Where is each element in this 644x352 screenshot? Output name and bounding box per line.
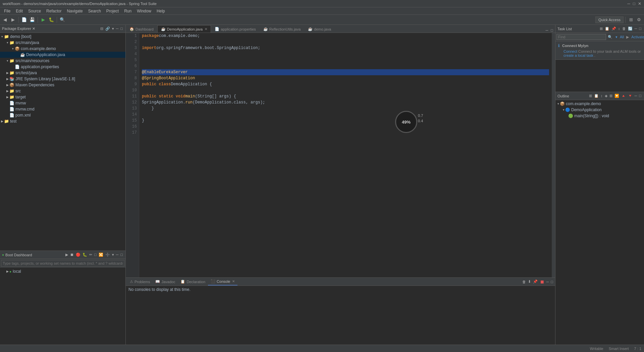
menu-item-search[interactable]: Search bbox=[86, 8, 104, 14]
outline-icon2[interactable]: 📋 bbox=[593, 93, 599, 98]
bd-minimize[interactable]: ─ bbox=[115, 252, 119, 257]
local-item[interactable]: ▶ ● local bbox=[0, 268, 125, 274]
perspective-button[interactable]: ⊞ bbox=[627, 16, 635, 24]
tab-declaration[interactable]: 📋 Declaration bbox=[178, 278, 208, 285]
tl-icon1[interactable]: ⊞ bbox=[599, 26, 603, 31]
editor-maximize-icon[interactable]: □ bbox=[550, 28, 554, 33]
forward-button[interactable]: ▶ bbox=[9, 16, 17, 24]
tl-icon3[interactable]: 📌 bbox=[611, 26, 617, 31]
outline-item-com-example-demo[interactable]: ▾📦com.example.demo bbox=[555, 101, 644, 107]
code-line-2[interactable] bbox=[142, 39, 549, 45]
console-terminate-icon[interactable]: ⏹ bbox=[539, 279, 545, 285]
create-task-link[interactable]: create a local task bbox=[564, 53, 593, 57]
tl-maximize[interactable]: □ bbox=[638, 26, 642, 31]
menu-item-run[interactable]: Run bbox=[121, 8, 134, 14]
code-line-3[interactable]: import org.springframework.boot.SpringAp… bbox=[142, 45, 549, 51]
outline-icon6[interactable]: 🔽 bbox=[614, 93, 620, 98]
console-maximize[interactable]: □ bbox=[550, 279, 554, 284]
tab-reflectionutils[interactable]: ☕ ReflectionUtils.java bbox=[260, 25, 305, 33]
tree-item-mvnw[interactable]: 📄mvnw bbox=[0, 100, 125, 106]
editor-scrollbar[interactable] bbox=[552, 33, 555, 277]
menu-item-navigate[interactable]: Navigate bbox=[64, 8, 85, 14]
code-editor[interactable]: package com.example.demo; import org.spr… bbox=[139, 33, 552, 277]
code-line-15[interactable]: } bbox=[142, 118, 549, 124]
bd-icon6[interactable]: 🔀 bbox=[98, 252, 104, 257]
tl-icon6[interactable]: 🔄 bbox=[627, 26, 633, 31]
code-line-13[interactable]: } bbox=[142, 105, 549, 112]
demoapplication-tab-close[interactable]: ✕ bbox=[205, 27, 207, 31]
code-line-11[interactable]: public static void main(String[] args) { bbox=[142, 93, 549, 99]
outline-icon5[interactable]: ⊞ bbox=[609, 93, 613, 98]
tab-demo[interactable]: ☕ demo.java bbox=[304, 25, 335, 33]
bd-add-icon[interactable]: ➕ bbox=[105, 252, 111, 257]
close-button[interactable]: ✕ bbox=[638, 1, 641, 6]
outline-sort-icon[interactable]: ↕ bbox=[600, 93, 603, 98]
tab-application-properties[interactable]: 📄 application.properties bbox=[211, 25, 260, 33]
outline-maximize[interactable]: □ bbox=[638, 93, 642, 98]
code-line-1[interactable]: package com.example.demo; bbox=[142, 33, 549, 39]
outline-icon4[interactable]: ◈ bbox=[604, 93, 608, 98]
tab-demoapplication[interactable]: ☕ DemoApplication.java ✕ bbox=[157, 25, 211, 33]
tree-item-application-properties[interactable]: 📄application.properties bbox=[0, 64, 125, 70]
quick-access-box[interactable]: Quick Access bbox=[595, 16, 624, 23]
tl-icon5[interactable]: 🗑 bbox=[622, 26, 627, 31]
code-line-10[interactable] bbox=[142, 87, 549, 93]
bd-pencil-icon[interactable]: ✏ bbox=[89, 252, 93, 257]
editor-minimize-icon[interactable]: ─ bbox=[545, 28, 549, 33]
console-scroll-end-icon[interactable]: ⬇ bbox=[527, 279, 532, 284]
save-button[interactable]: 💾 bbox=[29, 16, 36, 24]
activate-label[interactable]: Activate... bbox=[631, 35, 644, 39]
console-pin-icon[interactable]: 📌 bbox=[532, 279, 538, 284]
task-find-input[interactable] bbox=[556, 34, 606, 40]
tree-item-maven-dependencies[interactable]: ▶📦Maven Dependencies bbox=[0, 82, 125, 88]
bd-maximize[interactable]: □ bbox=[120, 252, 123, 257]
code-line-8[interactable]: @SpringBootApplication bbox=[142, 75, 549, 81]
view-menu-icon[interactable]: ▾ bbox=[111, 26, 115, 31]
outline-icon7[interactable]: 🔺 bbox=[621, 93, 627, 98]
code-line-17[interactable] bbox=[142, 130, 549, 136]
tab-dashboard[interactable]: 🏠 Dashboard bbox=[126, 25, 157, 33]
bd-icon1[interactable]: ▶ bbox=[65, 252, 69, 257]
maximize-button[interactable]: □ bbox=[633, 1, 635, 6]
menu-item-project[interactable]: Project bbox=[104, 8, 121, 14]
menu-item-file[interactable]: File bbox=[1, 8, 13, 14]
code-line-5[interactable] bbox=[142, 57, 549, 63]
run-button[interactable]: ▶ bbox=[40, 16, 47, 24]
menu-item-edit[interactable]: Edit bbox=[13, 8, 25, 14]
tab-problems[interactable]: ⚠ Problems bbox=[127, 278, 153, 285]
outline-icon1[interactable]: ⊞ bbox=[588, 93, 593, 98]
bd-icon3[interactable]: 🔴 bbox=[75, 252, 81, 257]
tl-icon4[interactable]: ↕ bbox=[618, 26, 621, 31]
tree-item-src-test-java[interactable]: ▶📁src/test/java bbox=[0, 70, 125, 76]
code-line-7[interactable]: @EnableEurekaServer bbox=[142, 69, 549, 75]
tl-minimize[interactable]: ─ bbox=[634, 26, 638, 31]
collapse-all-icon[interactable]: ⊟ bbox=[100, 26, 104, 31]
menu-item-refactor[interactable]: Refactor bbox=[44, 8, 64, 14]
code-line-9[interactable]: public class DemoApplication { bbox=[142, 81, 549, 87]
tree-item-src-main-java[interactable]: ▾📁src/main/java bbox=[0, 40, 125, 46]
back-button[interactable]: ◀ bbox=[1, 16, 9, 24]
tab-console[interactable]: ⬛ Console ✕ bbox=[208, 278, 237, 285]
all-filter-icon[interactable]: ▾ bbox=[614, 35, 619, 39]
outline-minimize[interactable]: ─ bbox=[634, 93, 638, 98]
debug-button[interactable]: 🐛 bbox=[48, 16, 55, 24]
code-line-16[interactable] bbox=[142, 124, 549, 130]
new-button[interactable]: 📄 bbox=[20, 16, 28, 24]
connect-link[interactable]: Connect bbox=[564, 49, 577, 53]
code-line-14[interactable] bbox=[142, 112, 549, 118]
tree-item-com-example-demo[interactable]: ▾📦com.example.demo bbox=[0, 46, 125, 52]
search-button[interactable]: 🔍 bbox=[59, 16, 66, 24]
tree-item-pom-xml[interactable]: 📄pom.xml bbox=[0, 112, 125, 118]
tree-item-demo--boot-[interactable]: ▾📁demo [boot] bbox=[0, 34, 125, 40]
minimize-panel-icon[interactable]: ─ bbox=[115, 26, 119, 31]
gear-icon[interactable]: ⚙ bbox=[635, 16, 643, 24]
code-line-4[interactable] bbox=[142, 51, 549, 57]
bd-icon4[interactable]: 🐛 bbox=[82, 252, 88, 257]
bd-icon5[interactable]: □ bbox=[94, 252, 97, 257]
outline-item-main-string------void[interactable]: 🟢main(String[]) : void bbox=[555, 113, 644, 119]
link-with-editor-icon[interactable]: 🔗 bbox=[105, 26, 111, 31]
task-find-icon[interactable]: 🔍 bbox=[607, 35, 613, 40]
outline-icon8[interactable]: 🔻 bbox=[627, 93, 633, 98]
menu-item-source[interactable]: Source bbox=[25, 8, 44, 14]
boot-search-input[interactable] bbox=[1, 260, 124, 267]
